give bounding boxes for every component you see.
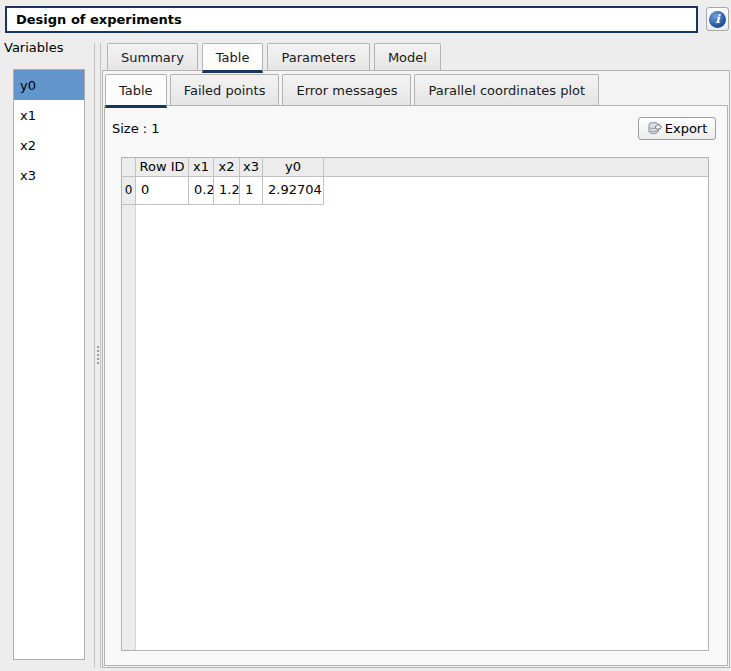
info-button[interactable]: i bbox=[706, 7, 729, 31]
cell-x2[interactable]: 1.2 bbox=[214, 177, 240, 205]
cell-y0[interactable]: 2.92704 bbox=[263, 177, 324, 205]
tab-parameters[interactable]: Parameters bbox=[267, 43, 369, 70]
splitter-grip-icon bbox=[97, 346, 99, 364]
column-header-x3[interactable]: x3 bbox=[240, 158, 263, 176]
tab-summary[interactable]: Summary bbox=[107, 43, 198, 70]
export-button[interactable]: Export bbox=[638, 117, 716, 140]
info-icon: i bbox=[709, 11, 726, 28]
main-tab-bar: Summary Table Parameters Model bbox=[107, 43, 441, 70]
variable-item-y0[interactable]: y0 bbox=[14, 70, 84, 100]
cell-x3[interactable]: 1 bbox=[240, 177, 263, 205]
table-corner-cell bbox=[122, 158, 136, 176]
table-row: 0 0 0.2 1.2 1 2.92704 bbox=[122, 177, 324, 205]
variable-item-x1[interactable]: x1 bbox=[14, 100, 84, 130]
column-header-x1[interactable]: x1 bbox=[189, 158, 214, 176]
subtab-error-messages[interactable]: Error messages bbox=[282, 74, 411, 105]
column-header-y0[interactable]: y0 bbox=[263, 158, 324, 176]
variable-item-x2[interactable]: x2 bbox=[14, 130, 84, 160]
info-icon-glyph: i bbox=[715, 13, 720, 25]
tab-table[interactable]: Table bbox=[202, 43, 264, 73]
table-header-row: Row ID x1 x2 x3 y0 bbox=[122, 158, 708, 177]
data-table: Row ID x1 x2 x3 y0 0 0 0.2 1.2 1 2.92704 bbox=[121, 157, 709, 651]
variables-label: Variables bbox=[4, 40, 63, 55]
table-sub-tab-bar: Table Failed points Error messages Paral… bbox=[105, 74, 599, 105]
column-header-row-id[interactable]: Row ID bbox=[136, 158, 189, 176]
row-header-column bbox=[122, 158, 136, 650]
header-filler bbox=[324, 158, 708, 176]
subtab-failed-points[interactable]: Failed points bbox=[170, 74, 280, 105]
window-title-box: Design of experiments bbox=[5, 6, 698, 33]
window-title: Design of experiments bbox=[16, 12, 182, 27]
variable-item-x3[interactable]: x3 bbox=[14, 160, 84, 190]
export-database-icon bbox=[647, 121, 662, 136]
variables-list: y0 x1 x2 x3 bbox=[13, 69, 85, 660]
subtab-parallel-coordinates-plot[interactable]: Parallel coordinates plot bbox=[414, 74, 599, 105]
row-index-cell[interactable]: 0 bbox=[122, 177, 136, 205]
design-of-experiments-window: Design of experiments i Variables y0 x1 … bbox=[0, 0, 731, 671]
tab-model[interactable]: Model bbox=[374, 43, 441, 70]
cell-row-id[interactable]: 0 bbox=[136, 177, 189, 205]
cell-x1[interactable]: 0.2 bbox=[189, 177, 214, 205]
column-header-x2[interactable]: x2 bbox=[214, 158, 240, 176]
size-label: Size : 1 bbox=[112, 121, 160, 136]
subtab-table[interactable]: Table bbox=[105, 74, 167, 108]
export-button-label: Export bbox=[665, 121, 708, 136]
panel-splitter[interactable] bbox=[94, 43, 101, 668]
